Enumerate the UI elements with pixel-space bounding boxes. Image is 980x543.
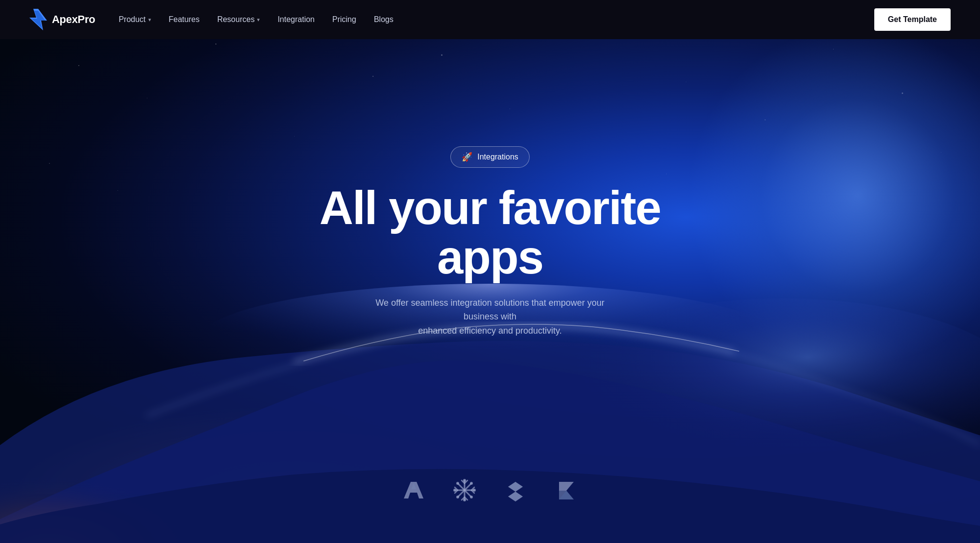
nav-item-blogs[interactable]: Blogs: [374, 15, 394, 24]
chevron-down-icon: ▾: [148, 17, 151, 23]
nav-item-product[interactable]: Product ▾: [118, 15, 151, 24]
hero-content: 🚀 Integrations All your favorite apps We…: [270, 146, 710, 338]
framer-icon: [553, 476, 580, 504]
svg-point-11: [456, 482, 459, 485]
chevron-down-icon: ▾: [257, 17, 260, 23]
nav-item-resources[interactable]: Resources ▾: [217, 15, 260, 24]
svg-point-12: [470, 496, 473, 498]
hero-section: 🚀 Integrations All your favorite apps We…: [0, 0, 980, 543]
svg-point-14: [456, 496, 459, 498]
svg-point-7: [463, 479, 466, 482]
navbar-left: ApexPro Product ▾ Features Resources ▾ I…: [29, 9, 394, 30]
hero-title: All your favorite apps: [270, 183, 710, 282]
svg-point-10: [473, 489, 476, 492]
nav-item-pricing[interactable]: Pricing: [332, 15, 356, 24]
svg-point-13: [470, 482, 473, 485]
dropbox-icon: [502, 476, 529, 504]
svg-point-9: [453, 489, 456, 492]
rocket-icon: 🚀: [462, 152, 472, 162]
brand-icons-row: [0, 476, 980, 504]
snowflake-icon: [451, 476, 478, 504]
get-template-button[interactable]: Get Template: [874, 8, 951, 31]
adobe-icon: [400, 476, 427, 504]
nav-item-integration[interactable]: Integration: [278, 15, 315, 24]
hero-subtitle: We offer seamless integration solutions …: [363, 296, 617, 338]
logo-text: ApexPro: [52, 13, 95, 26]
nav-menu: Product ▾ Features Resources ▾ Integrati…: [118, 15, 393, 24]
logo[interactable]: ApexPro: [29, 9, 95, 30]
nav-item-features[interactable]: Features: [169, 15, 200, 24]
integrations-badge[interactable]: 🚀 Integrations: [450, 146, 530, 168]
navbar: ApexPro Product ▾ Features Resources ▾ I…: [0, 0, 980, 39]
svg-point-8: [463, 498, 466, 501]
logo-icon: [29, 9, 47, 30]
badge-label: Integrations: [477, 153, 518, 161]
